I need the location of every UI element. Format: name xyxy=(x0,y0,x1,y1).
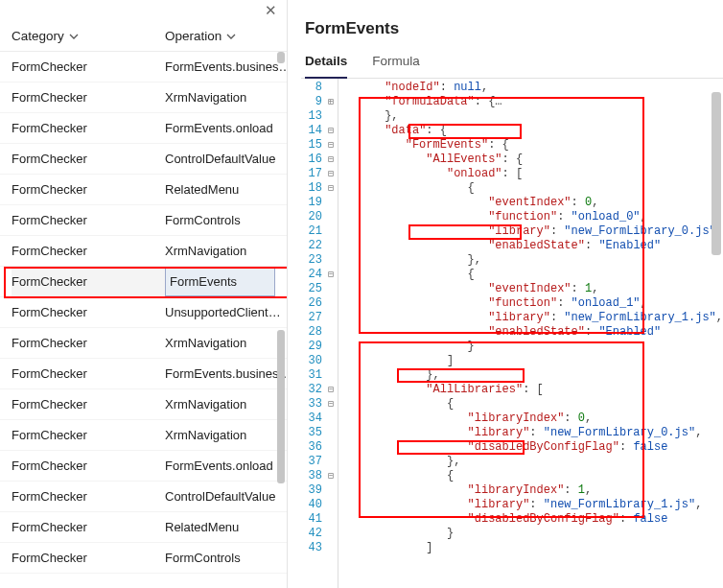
line-number: 13 xyxy=(301,109,324,124)
fold-gutter[interactable]: ⊟ xyxy=(324,383,338,397)
fold-gutter[interactable]: ⊟ xyxy=(324,268,338,282)
code-viewer[interactable]: 8 "nodeId": null,9⊞ "formulaData": {…13 … xyxy=(301,79,723,588)
code-text: { xyxy=(338,469,454,483)
code-text: "AllEvents": { xyxy=(338,153,523,167)
code-line: 34 "libraryIndex": 0, xyxy=(301,412,723,426)
code-text: "enabledState": "Enabled" xyxy=(338,239,661,253)
table-row[interactable]: FormCheckerFormEvents xyxy=(0,267,287,297)
cell-operation: FormEvents xyxy=(170,274,270,289)
cell-operation: XrmNavigation xyxy=(165,336,275,350)
code-text: "library": "new_FormLibrary_0.js", xyxy=(338,224,723,239)
table-row[interactable]: FormCheckerRelatedMenu xyxy=(0,512,287,543)
line-number: 18 xyxy=(301,181,324,196)
line-number: 34 xyxy=(301,412,324,426)
table-row[interactable]: FormCheckerXrmNavigation xyxy=(0,82,287,113)
cell-operation: RelatedMenu xyxy=(165,520,275,534)
table-headers: Category Operation xyxy=(0,21,287,52)
cell-operation: XrmNavigation xyxy=(165,397,275,412)
rows-inner[interactable]: FormCheckerFormEvents.busines…FormChecke… xyxy=(0,52,287,588)
header-operation[interactable]: Operation xyxy=(165,29,275,43)
header-category[interactable]: Category xyxy=(12,29,165,43)
table-row[interactable]: FormCheckerControlDefaultValue xyxy=(0,144,287,175)
fold-gutter[interactable]: ⊟ xyxy=(324,167,338,181)
table-row[interactable]: FormCheckerFormEvents.onload xyxy=(0,113,287,144)
cell-operation: ControlDefaultValue xyxy=(165,489,287,504)
code-line: 29 } xyxy=(301,340,723,354)
scroll-thumb[interactable] xyxy=(277,330,285,483)
table-row[interactable]: FormCheckerFormControls xyxy=(0,205,287,236)
table-body: FormCheckerFormEvents.busines…FormChecke… xyxy=(0,52,287,588)
line-number: 14 xyxy=(301,124,324,138)
table-row[interactable]: FormCheckerFormEvents.onload xyxy=(0,451,287,482)
table-row[interactable]: FormCheckerXrmNavigation xyxy=(0,328,287,359)
chevron-down-icon xyxy=(68,31,80,42)
line-number: 29 xyxy=(301,340,324,354)
line-number: 36 xyxy=(301,440,324,455)
cell-operation: XrmNavigation xyxy=(165,244,275,258)
line-number: 41 xyxy=(301,512,324,527)
table-row[interactable]: FormCheckerFormEvents.busines… xyxy=(0,359,287,389)
code-line: 28 "enabledState": "Enabled" xyxy=(301,325,723,340)
code-line: 33⊟ { xyxy=(301,397,723,412)
line-number: 19 xyxy=(301,196,324,210)
cell-category: FormChecker xyxy=(12,366,165,381)
tab-bar: Details Formula xyxy=(301,54,723,79)
line-number: 33 xyxy=(301,397,324,412)
line-number: 8 xyxy=(301,81,324,95)
cell-category: FormChecker xyxy=(12,459,165,473)
cell-operation: RelatedMenu xyxy=(165,182,275,197)
fold-gutter[interactable]: ⊟ xyxy=(324,138,338,153)
table-row[interactable]: FormCheckerXrmNavigation xyxy=(0,236,287,267)
line-number: 17 xyxy=(301,167,324,181)
cell-category: FormChecker xyxy=(12,489,165,504)
code-text: "library": "new_FormLibrary_1.js", xyxy=(338,311,723,325)
code-text: "disabledByConfigFlag": false xyxy=(338,440,667,455)
table-row[interactable]: FormCheckerUnsupportedClient… xyxy=(0,297,287,328)
line-number: 21 xyxy=(301,224,324,239)
code-text: "AllLibraries": [ xyxy=(338,383,544,397)
table-row[interactable]: FormCheckerControlDefaultValue xyxy=(0,482,287,512)
code-text: { xyxy=(338,397,454,412)
scroll-thumb[interactable] xyxy=(711,92,721,255)
line-number: 23 xyxy=(301,253,324,268)
code-text: "formulaData": {… xyxy=(338,95,502,109)
code-line: 23 }, xyxy=(301,253,723,268)
fold-gutter[interactable]: ⊟ xyxy=(324,397,338,412)
line-number: 9 xyxy=(301,95,324,109)
table-row[interactable]: FormCheckerXrmNavigation xyxy=(0,389,287,420)
cell-operation: ControlDefaultValue xyxy=(165,152,287,166)
cell-operation: XrmNavigation xyxy=(165,90,275,105)
fold-gutter[interactable]: ⊟ xyxy=(324,181,338,196)
code-line: 36 "disabledByConfigFlag": false xyxy=(301,440,723,455)
code-line: 38⊟ { xyxy=(301,469,723,483)
code-text: "enabledState": "Enabled" xyxy=(338,325,661,340)
code-line: 25 "eventIndex": 1, xyxy=(301,282,723,296)
close-icon[interactable]: ✕ xyxy=(265,2,277,19)
fold-gutter[interactable]: ⊟ xyxy=(324,124,338,138)
code-line: 32⊟ "AllLibraries": [ xyxy=(301,383,723,397)
cell-category: FormChecker xyxy=(12,305,165,319)
scrollbar[interactable] xyxy=(711,92,721,588)
tab-details[interactable]: Details xyxy=(305,54,347,79)
fold-gutter[interactable]: ⊟ xyxy=(324,153,338,167)
code-block: 8 "nodeId": null,9⊞ "formulaData": {…13 … xyxy=(301,81,723,555)
line-number: 28 xyxy=(301,325,324,340)
scroll-thumb[interactable] xyxy=(277,52,285,63)
app-root: ✕ Category Operation FormCheckerFormEven… xyxy=(0,0,723,588)
left-pane: ✕ Category Operation FormCheckerFormEven… xyxy=(0,0,288,588)
line-number: 26 xyxy=(301,296,324,311)
fold-gutter[interactable]: ⊟ xyxy=(324,469,338,483)
table-row[interactable]: FormCheckerRelatedMenu xyxy=(0,175,287,205)
table-row[interactable]: FormCheckerFormEvents.busines… xyxy=(0,52,287,82)
code-text: "data": { xyxy=(338,124,447,138)
line-number: 40 xyxy=(301,498,324,512)
scrollbar[interactable] xyxy=(275,52,285,588)
fold-gutter[interactable]: ⊞ xyxy=(324,95,338,109)
tab-formula[interactable]: Formula xyxy=(372,54,420,78)
cell-category: FormChecker xyxy=(12,182,165,197)
table-row[interactable]: FormCheckerXrmNavigation xyxy=(0,420,287,451)
table-row[interactable]: FormCheckerFormControls xyxy=(0,543,287,574)
code-text: }, xyxy=(338,109,399,124)
line-number: 31 xyxy=(301,368,324,383)
cell-category: FormChecker xyxy=(12,428,165,442)
